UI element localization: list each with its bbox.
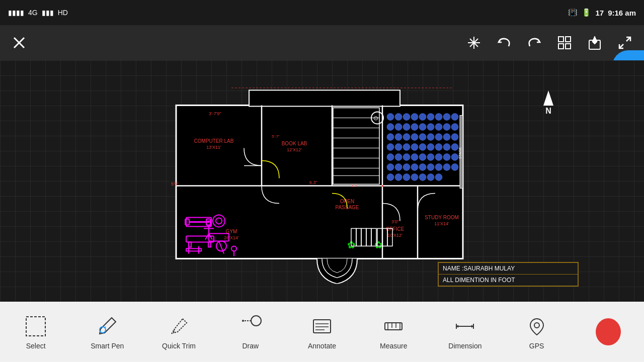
- measure-icon: [381, 314, 406, 339]
- svg-point-61: [451, 123, 458, 130]
- svg-point-62: [387, 133, 394, 140]
- svg-rect-9: [566, 44, 571, 49]
- svg-text:⊙: ⊙: [373, 115, 378, 122]
- svg-text:5'5": 5'5": [171, 182, 179, 187]
- select-label: Select: [26, 342, 46, 350]
- select-button[interactable]: Select: [0, 310, 71, 354]
- svg-point-67: [427, 133, 434, 140]
- time-display: 9:16 am: [608, 9, 636, 17]
- floor-plan-svg[interactable]: 34'-5" 3'-7'9" COMPUTER LAB 13'X11': [161, 87, 483, 284]
- record-icon: [596, 319, 621, 344]
- svg-point-75: [419, 143, 426, 150]
- smart-pen-icon: [95, 314, 120, 339]
- bottom-toolbar: Select Smart Pen Quick Trim: [0, 302, 644, 362]
- svg-text:STUDY ROOM: STUDY ROOM: [425, 215, 459, 220]
- svg-point-71: [387, 143, 394, 150]
- select-icon: [23, 314, 48, 339]
- svg-point-103: [427, 173, 434, 180]
- svg-point-79: [451, 143, 458, 150]
- dimension-button[interactable]: Dimension: [429, 310, 501, 354]
- svg-point-173: [534, 323, 539, 328]
- svg-text:OFFICE: OFFICE: [386, 226, 405, 232]
- annotate-icon: [309, 314, 335, 339]
- svg-point-78: [443, 143, 450, 150]
- svg-point-66: [419, 133, 426, 140]
- svg-point-89: [387, 163, 394, 170]
- sparkle-button[interactable]: [463, 32, 485, 54]
- svg-text:26'X14': 26'X14': [224, 235, 239, 240]
- smart-pen-label: Smart Pen: [91, 342, 124, 350]
- svg-point-94: [427, 163, 434, 170]
- svg-point-50: [435, 113, 442, 120]
- canvas-area[interactable]: N 34'-5" 3'-7'9": [0, 60, 644, 327]
- svg-point-87: [443, 153, 450, 160]
- svg-text:5'-7": 5'-7": [272, 134, 280, 139]
- gps-icon: [524, 314, 549, 339]
- svg-rect-153: [26, 317, 45, 336]
- info-box: NAME :SAURABH MULAY ALL DIMENTION IN FOO…: [438, 262, 579, 287]
- svg-point-77: [435, 143, 442, 150]
- gps-button[interactable]: GPS: [501, 310, 573, 354]
- floor-plan[interactable]: 34'-5" 3'-7'9" COMPUTER LAB 13'X11': [161, 87, 483, 284]
- svg-point-88: [451, 153, 458, 160]
- svg-point-76: [427, 143, 434, 150]
- measure-button[interactable]: Measure: [358, 310, 429, 354]
- smart-pen-button[interactable]: Smart Pen: [71, 310, 143, 354]
- svg-point-95: [435, 163, 442, 170]
- draw-icon: [238, 314, 263, 339]
- annotate-button[interactable]: Annotate: [286, 310, 358, 354]
- svg-rect-163: [385, 323, 402, 330]
- svg-rect-6: [558, 37, 564, 42]
- svg-point-156: [251, 316, 261, 326]
- grid-button[interactable]: [553, 32, 576, 54]
- redo-button[interactable]: [523, 32, 545, 54]
- svg-text:STAGE: STAGE: [458, 147, 462, 159]
- annotate-label: Annotate: [308, 342, 336, 350]
- svg-text:6.3": 6.3": [309, 180, 317, 185]
- svg-point-74: [411, 143, 418, 150]
- svg-point-98: [387, 173, 394, 180]
- svg-rect-7: [566, 37, 571, 42]
- svg-point-83: [411, 153, 418, 160]
- svg-point-101: [411, 173, 418, 180]
- svg-point-51: [443, 113, 450, 120]
- svg-rect-159: [313, 320, 331, 333]
- svg-point-96: [443, 163, 450, 170]
- draw-label: Draw: [242, 342, 259, 350]
- svg-rect-8: [558, 44, 564, 49]
- wifi-icon: ▮▮▮: [42, 9, 54, 17]
- status-right: 📳 🔋 17 9:16 am: [568, 8, 636, 17]
- quick-trim-button[interactable]: Quick Trim: [143, 310, 214, 354]
- record-button[interactable]: [573, 315, 644, 348]
- gps-label: GPS: [529, 342, 544, 350]
- dimension-label: Dimension: [448, 342, 481, 350]
- svg-text:3'-7'9": 3'-7'9": [209, 111, 221, 116]
- share-button[interactable]: [584, 32, 606, 54]
- svg-point-99: [395, 173, 402, 180]
- svg-point-63: [395, 133, 402, 140]
- svg-point-58: [427, 123, 434, 130]
- svg-point-52: [451, 113, 458, 120]
- svg-point-44: [387, 113, 394, 120]
- svg-point-104: [435, 173, 442, 180]
- status-left: ▮▮▮▮ 4G ▮▮▮ HD: [8, 9, 68, 17]
- draw-button[interactable]: Draw: [215, 310, 286, 354]
- svg-point-92: [411, 163, 418, 170]
- svg-text:BOOK LAB: BOOK LAB: [282, 141, 307, 146]
- north-arrow: [543, 90, 553, 106]
- svg-point-72: [395, 143, 402, 150]
- status-bar: ▮▮▮▮ 4G ▮▮▮ HD 📳 🔋 17 9:16 am: [0, 0, 644, 25]
- svg-point-82: [403, 153, 410, 160]
- signal-icon: ▮▮▮▮: [8, 9, 24, 17]
- undo-button[interactable]: [493, 32, 515, 54]
- svg-point-47: [411, 113, 418, 120]
- svg-point-46: [403, 113, 410, 120]
- svg-point-54: [395, 123, 402, 130]
- close-button[interactable]: [8, 32, 30, 54]
- svg-point-102: [419, 173, 426, 180]
- svg-text:12'X12': 12'X12': [287, 147, 302, 152]
- svg-point-49: [427, 113, 434, 120]
- info-dimension: ALL DIMENTION IN FOOT: [439, 275, 578, 286]
- network-type: 4G: [28, 9, 38, 17]
- svg-point-81: [395, 153, 402, 160]
